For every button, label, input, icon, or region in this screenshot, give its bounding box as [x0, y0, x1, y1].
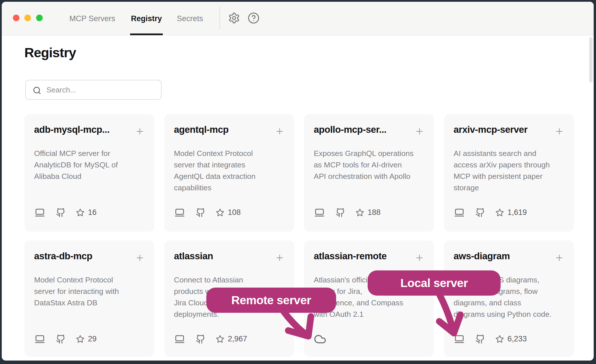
star-count: 1,619 — [507, 208, 527, 217]
server-description: Model Context Protocol server for intera… — [34, 274, 146, 308]
card-footer — [304, 334, 434, 345]
plus-icon — [275, 126, 285, 136]
server-name: arxiv-mcp-server — [454, 124, 557, 135]
server-description: Model Context Protocol server that integ… — [174, 148, 286, 193]
server-name: atlassian-remote — [314, 251, 417, 262]
laptop-icon — [454, 334, 464, 344]
add-server-button[interactable] — [275, 126, 285, 136]
server-name: apollo-mcp-ser... — [314, 124, 417, 135]
cloud-icon — [314, 333, 326, 345]
plus-icon — [135, 253, 145, 263]
server-card-agentql[interactable]: agentql-mcp Model Context Protocol serve… — [164, 114, 294, 232]
star-icon — [216, 208, 224, 217]
laptop-icon — [175, 207, 185, 218]
star-count: 108 — [228, 208, 241, 217]
star-icon — [76, 208, 85, 217]
titlebar: MCP Servers Registry Secrets — [2, 2, 594, 35]
server-card-adb-mysql[interactable]: adb-mysql-mcp... Official MCP server for… — [24, 114, 154, 232]
local-server-callout: Local server — [368, 270, 501, 296]
active-tab-indicator — [130, 33, 163, 35]
search-icon — [33, 86, 41, 95]
add-server-button[interactable] — [135, 126, 145, 136]
card-footer: 108 — [164, 207, 294, 219]
tab-registry[interactable]: Registry — [130, 2, 163, 35]
star-count: 16 — [88, 208, 97, 217]
laptop-icon — [35, 207, 45, 218]
laptop-icon — [454, 207, 464, 218]
server-name: aws-diagram — [454, 251, 557, 262]
card-footer: 16 — [24, 207, 154, 219]
plus-icon — [554, 126, 564, 136]
server-name: agentql-mcp — [174, 124, 277, 135]
github-icon — [56, 334, 66, 344]
tab-secrets[interactable]: Secrets — [175, 2, 205, 35]
star-icon — [495, 208, 504, 217]
server-card-arxiv[interactable]: arxiv-mcp-server AI assistants search an… — [444, 114, 574, 232]
plus-icon — [554, 253, 564, 263]
github-icon — [196, 334, 205, 344]
github-icon — [56, 208, 66, 217]
server-name: astra-db-mcp — [34, 251, 137, 262]
add-server-button[interactable] — [554, 126, 564, 136]
laptop-icon — [175, 334, 185, 344]
server-name: adb-mysql-mcp... — [34, 124, 137, 135]
page-title: Registry — [24, 45, 76, 60]
card-footer: 29 — [24, 334, 154, 345]
titlebar-divider — [219, 7, 220, 29]
card-footer: 2,967 — [164, 334, 294, 345]
add-server-button[interactable] — [554, 253, 564, 263]
add-server-button[interactable] — [275, 253, 285, 263]
star-icon — [76, 335, 85, 343]
minimize-window-button[interactable] — [24, 15, 31, 21]
search-input[interactable] — [46, 80, 158, 99]
plus-icon — [275, 253, 285, 263]
card-footer: 188 — [304, 207, 434, 219]
card-footer: 6,233 — [444, 334, 574, 345]
add-server-button[interactable] — [135, 253, 145, 263]
server-description: AI assistants search and access arXiv pa… — [454, 148, 566, 193]
server-card-aws-diagram[interactable]: aws-diagram Generate AWS diagrams, seque… — [444, 240, 574, 357]
star-icon — [495, 335, 504, 343]
server-card-astra-db[interactable]: astra-db-mcp Model Context Protocol serv… — [24, 240, 154, 357]
laptop-icon — [35, 334, 45, 344]
server-description: Official MCP server for AnalyticDB for M… — [34, 148, 146, 182]
laptop-icon — [314, 207, 325, 218]
plus-icon — [135, 126, 145, 136]
github-icon — [196, 208, 205, 217]
star-icon — [356, 208, 364, 217]
add-server-button[interactable] — [415, 253, 424, 263]
app-window: MCP Servers Registry Secrets Registry — [2, 2, 594, 361]
server-name: atlassian — [174, 251, 277, 262]
settings-gear-icon[interactable] — [228, 12, 240, 24]
close-window-button[interactable] — [13, 15, 19, 21]
scrollbar-thumb[interactable] — [589, 37, 593, 82]
add-server-button[interactable] — [415, 126, 424, 136]
server-description: Exposes GraphQL operations as MCP tools … — [314, 148, 426, 182]
star-count: 29 — [88, 335, 97, 343]
star-count: 188 — [368, 208, 381, 217]
help-icon[interactable] — [248, 12, 260, 24]
remote-server-callout: Remote server — [206, 288, 336, 313]
card-footer: 1,619 — [444, 207, 574, 219]
github-icon — [336, 208, 345, 217]
tab-mcp-servers[interactable]: MCP Servers — [67, 2, 118, 35]
plus-icon — [415, 126, 424, 136]
zoom-window-button[interactable] — [36, 15, 43, 21]
star-count: 2,967 — [228, 335, 247, 343]
search-box — [25, 80, 162, 100]
server-card-apollo[interactable]: apollo-mcp-ser... Exposes GraphQL operat… — [304, 114, 434, 232]
star-icon — [216, 335, 224, 343]
github-icon — [475, 208, 485, 217]
star-count: 6,233 — [507, 335, 527, 343]
plus-icon — [415, 253, 424, 263]
github-icon — [475, 334, 485, 344]
